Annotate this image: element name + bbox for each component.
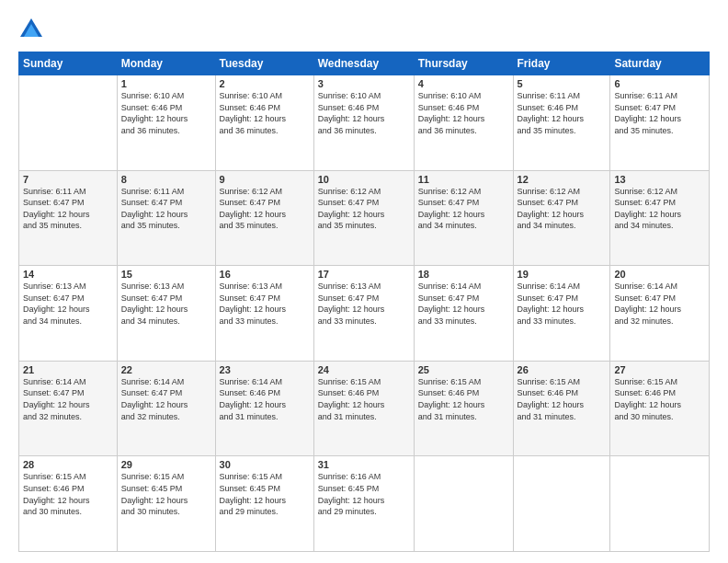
day-cell: 4Sunrise: 6:10 AM Sunset: 6:46 PM Daylig… bbox=[414, 75, 513, 171]
day-info: Sunrise: 6:11 AM Sunset: 6:47 PM Dayligh… bbox=[23, 186, 113, 232]
day-info: Sunrise: 6:13 AM Sunset: 6:47 PM Dayligh… bbox=[23, 281, 113, 327]
day-info: Sunrise: 6:14 AM Sunset: 6:47 PM Dayligh… bbox=[614, 281, 705, 327]
day-cell: 19Sunrise: 6:14 AM Sunset: 6:47 PM Dayli… bbox=[513, 266, 610, 362]
day-number: 14 bbox=[23, 269, 113, 280]
day-number: 6 bbox=[614, 78, 705, 89]
day-cell: 10Sunrise: 6:12 AM Sunset: 6:47 PM Dayli… bbox=[313, 170, 414, 266]
day-cell: 5Sunrise: 6:11 AM Sunset: 6:46 PM Daylig… bbox=[513, 75, 610, 171]
day-info: Sunrise: 6:12 AM Sunset: 6:47 PM Dayligh… bbox=[518, 186, 607, 232]
day-number: 28 bbox=[23, 459, 113, 470]
day-cell: 25Sunrise: 6:15 AM Sunset: 6:46 PM Dayli… bbox=[414, 361, 513, 456]
day-number: 22 bbox=[121, 364, 211, 375]
day-number: 9 bbox=[220, 174, 310, 185]
day-cell: 7Sunrise: 6:11 AM Sunset: 6:47 PM Daylig… bbox=[19, 170, 118, 266]
day-cell: 14Sunrise: 6:13 AM Sunset: 6:47 PM Dayli… bbox=[19, 266, 118, 362]
calendar-page: SundayMondayTuesdayWednesdayThursdayFrid… bbox=[0, 0, 728, 563]
day-cell bbox=[414, 456, 513, 552]
day-info: Sunrise: 6:14 AM Sunset: 6:47 PM Dayligh… bbox=[121, 376, 211, 422]
col-header-friday: Friday bbox=[513, 52, 610, 75]
col-header-sunday: Sunday bbox=[19, 52, 118, 75]
day-number: 2 bbox=[220, 78, 310, 89]
day-info: Sunrise: 6:13 AM Sunset: 6:47 PM Dayligh… bbox=[220, 281, 310, 327]
day-info: Sunrise: 6:15 AM Sunset: 6:46 PM Dayligh… bbox=[418, 376, 509, 422]
day-info: Sunrise: 6:10 AM Sunset: 6:46 PM Dayligh… bbox=[220, 90, 310, 136]
day-cell: 9Sunrise: 6:12 AM Sunset: 6:47 PM Daylig… bbox=[215, 170, 313, 266]
day-cell: 22Sunrise: 6:14 AM Sunset: 6:47 PM Dayli… bbox=[117, 361, 215, 456]
day-info: Sunrise: 6:12 AM Sunset: 6:47 PM Dayligh… bbox=[418, 186, 509, 232]
day-cell: 11Sunrise: 6:12 AM Sunset: 6:47 PM Dayli… bbox=[414, 170, 513, 266]
day-cell: 29Sunrise: 6:15 AM Sunset: 6:45 PM Dayli… bbox=[117, 456, 215, 552]
day-info: Sunrise: 6:15 AM Sunset: 6:46 PM Dayligh… bbox=[318, 376, 410, 422]
day-info: Sunrise: 6:15 AM Sunset: 6:46 PM Dayligh… bbox=[23, 471, 113, 517]
day-cell: 26Sunrise: 6:15 AM Sunset: 6:46 PM Dayli… bbox=[513, 361, 610, 456]
day-info: Sunrise: 6:16 AM Sunset: 6:45 PM Dayligh… bbox=[318, 471, 410, 517]
day-info: Sunrise: 6:11 AM Sunset: 6:47 PM Dayligh… bbox=[121, 186, 211, 232]
day-cell: 21Sunrise: 6:14 AM Sunset: 6:47 PM Dayli… bbox=[19, 361, 118, 456]
day-number: 18 bbox=[418, 269, 509, 280]
col-header-wednesday: Wednesday bbox=[313, 52, 414, 75]
day-info: Sunrise: 6:15 AM Sunset: 6:46 PM Dayligh… bbox=[518, 376, 607, 422]
day-cell: 12Sunrise: 6:12 AM Sunset: 6:47 PM Dayli… bbox=[513, 170, 610, 266]
day-cell: 24Sunrise: 6:15 AM Sunset: 6:46 PM Dayli… bbox=[313, 361, 414, 456]
day-number: 5 bbox=[518, 78, 607, 89]
day-info: Sunrise: 6:14 AM Sunset: 6:47 PM Dayligh… bbox=[418, 281, 509, 327]
day-cell: 20Sunrise: 6:14 AM Sunset: 6:47 PM Dayli… bbox=[610, 266, 710, 362]
day-cell: 27Sunrise: 6:15 AM Sunset: 6:46 PM Dayli… bbox=[610, 361, 710, 456]
day-number: 23 bbox=[220, 364, 310, 375]
day-cell: 1Sunrise: 6:10 AM Sunset: 6:46 PM Daylig… bbox=[117, 75, 215, 171]
day-cell: 2Sunrise: 6:10 AM Sunset: 6:46 PM Daylig… bbox=[215, 75, 313, 171]
day-info: Sunrise: 6:12 AM Sunset: 6:47 PM Dayligh… bbox=[318, 186, 410, 232]
day-cell: 31Sunrise: 6:16 AM Sunset: 6:45 PM Dayli… bbox=[313, 456, 414, 552]
day-info: Sunrise: 6:10 AM Sunset: 6:46 PM Dayligh… bbox=[318, 90, 410, 136]
day-number: 13 bbox=[614, 174, 705, 185]
day-cell: 16Sunrise: 6:13 AM Sunset: 6:47 PM Dayli… bbox=[215, 266, 313, 362]
day-number: 3 bbox=[318, 78, 410, 89]
day-number: 7 bbox=[23, 174, 113, 185]
day-number: 10 bbox=[318, 174, 410, 185]
logo bbox=[18, 15, 48, 42]
day-number: 30 bbox=[220, 459, 310, 470]
day-info: Sunrise: 6:12 AM Sunset: 6:47 PM Dayligh… bbox=[614, 186, 705, 232]
day-cell: 28Sunrise: 6:15 AM Sunset: 6:46 PM Dayli… bbox=[19, 456, 118, 552]
week-row-2: 7Sunrise: 6:11 AM Sunset: 6:47 PM Daylig… bbox=[19, 170, 710, 266]
day-info: Sunrise: 6:15 AM Sunset: 6:45 PM Dayligh… bbox=[121, 471, 211, 517]
day-number: 12 bbox=[518, 174, 607, 185]
day-info: Sunrise: 6:14 AM Sunset: 6:47 PM Dayligh… bbox=[518, 281, 607, 327]
day-info: Sunrise: 6:12 AM Sunset: 6:47 PM Dayligh… bbox=[220, 186, 310, 232]
day-cell: 30Sunrise: 6:15 AM Sunset: 6:45 PM Dayli… bbox=[215, 456, 313, 552]
calendar-body: 1Sunrise: 6:10 AM Sunset: 6:46 PM Daylig… bbox=[19, 75, 710, 552]
day-cell: 3Sunrise: 6:10 AM Sunset: 6:46 PM Daylig… bbox=[313, 75, 414, 171]
calendar-table: SundayMondayTuesdayWednesdayThursdayFrid… bbox=[18, 52, 710, 552]
day-info: Sunrise: 6:11 AM Sunset: 6:46 PM Dayligh… bbox=[518, 90, 607, 136]
week-row-4: 21Sunrise: 6:14 AM Sunset: 6:47 PM Dayli… bbox=[19, 361, 710, 456]
col-header-monday: Monday bbox=[117, 52, 215, 75]
day-cell bbox=[19, 75, 118, 171]
day-number: 17 bbox=[318, 269, 410, 280]
day-number: 1 bbox=[121, 78, 211, 89]
day-cell: 8Sunrise: 6:11 AM Sunset: 6:47 PM Daylig… bbox=[117, 170, 215, 266]
day-cell bbox=[513, 456, 610, 552]
day-number: 24 bbox=[318, 364, 410, 375]
day-number: 4 bbox=[418, 78, 509, 89]
day-number: 20 bbox=[614, 269, 705, 280]
week-row-1: 1Sunrise: 6:10 AM Sunset: 6:46 PM Daylig… bbox=[19, 75, 710, 171]
calendar-header-row: SundayMondayTuesdayWednesdayThursdayFrid… bbox=[19, 52, 710, 75]
logo-icon bbox=[18, 17, 44, 42]
day-number: 19 bbox=[518, 269, 607, 280]
day-info: Sunrise: 6:13 AM Sunset: 6:47 PM Dayligh… bbox=[318, 281, 410, 327]
day-number: 31 bbox=[318, 459, 410, 470]
week-row-5: 28Sunrise: 6:15 AM Sunset: 6:46 PM Dayli… bbox=[19, 456, 710, 552]
day-number: 29 bbox=[121, 459, 211, 470]
day-info: Sunrise: 6:14 AM Sunset: 6:46 PM Dayligh… bbox=[220, 376, 310, 422]
day-number: 15 bbox=[121, 269, 211, 280]
header bbox=[18, 15, 710, 42]
day-cell: 23Sunrise: 6:14 AM Sunset: 6:46 PM Dayli… bbox=[215, 361, 313, 456]
day-info: Sunrise: 6:11 AM Sunset: 6:47 PM Dayligh… bbox=[614, 90, 705, 136]
day-info: Sunrise: 6:15 AM Sunset: 6:46 PM Dayligh… bbox=[614, 376, 705, 422]
day-number: 27 bbox=[614, 364, 705, 375]
day-number: 25 bbox=[418, 364, 509, 375]
day-cell: 18Sunrise: 6:14 AM Sunset: 6:47 PM Dayli… bbox=[414, 266, 513, 362]
day-cell: 15Sunrise: 6:13 AM Sunset: 6:47 PM Dayli… bbox=[117, 266, 215, 362]
col-header-thursday: Thursday bbox=[414, 52, 513, 75]
day-info: Sunrise: 6:14 AM Sunset: 6:47 PM Dayligh… bbox=[23, 376, 113, 422]
